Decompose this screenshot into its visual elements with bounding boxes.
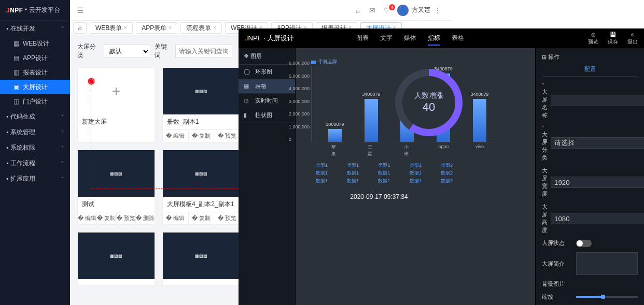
sidebar-group[interactable]: ▪ 在线开发˄ xyxy=(0,21,70,36)
clock[interactable]: 2020-09-17 09:37:34 xyxy=(296,193,463,200)
bar: 3400879vivo xyxy=(473,99,486,142)
screen-card[interactable]: ▦▧▨测试� 编辑� 复制� 预览� 删除 xyxy=(77,150,155,225)
data-col: 类型1数据1数据1 xyxy=(410,162,422,184)
prop-label: 大屏宽度 xyxy=(542,167,548,198)
search-icon[interactable]: ⌕ xyxy=(351,6,365,14)
action-预览[interactable]: ◎预览 xyxy=(588,32,598,46)
screen-card[interactable]: ▦▧▨册数_副本1� 编辑� 复制� 预览 xyxy=(162,67,240,142)
topbar: ☰ ⌕ ✉ ♡4 👤 方又莲 ⋮ xyxy=(70,0,452,21)
bar: 1000879苹果 xyxy=(328,129,342,142)
prop-row: 大屏高度 xyxy=(542,203,638,234)
more-icon[interactable]: ⋮ xyxy=(430,6,445,14)
nav-item[interactable]: 文字 xyxy=(380,32,393,46)
close-icon[interactable]: × xyxy=(213,23,216,33)
sidebar-item[interactable]: ▦WEB设计 xyxy=(0,36,70,51)
tab[interactable]: WEB表单 × xyxy=(90,22,133,34)
card-op[interactable]: � 预览 xyxy=(214,212,240,224)
sidebar-item[interactable]: ▥报表设计 xyxy=(0,65,70,80)
action-保存[interactable]: 💾保存 xyxy=(608,32,618,46)
annotation-dot xyxy=(88,78,95,85)
sidebar-group[interactable]: ▪ 系统管理˅ xyxy=(0,124,70,140)
tab[interactable]: APP表单 × xyxy=(136,22,177,34)
collapse-icon[interactable]: ☰ xyxy=(77,6,84,14)
layer-item[interactable]: ◯环形图 xyxy=(239,65,295,79)
props-tab[interactable]: 配置 xyxy=(542,65,638,77)
prop-textarea[interactable] xyxy=(576,252,638,275)
prop-row: 大屏分类 xyxy=(542,124,638,162)
prop-label: 大屏名称 xyxy=(542,82,548,119)
y-tick: 2,000,000 xyxy=(289,111,310,117)
ring-chart[interactable]: 人数增涨 40 xyxy=(395,69,463,136)
filter-keyword[interactable] xyxy=(175,45,232,58)
chart-legend: 手机品牌 xyxy=(311,59,337,65)
screen-card[interactable]: ▦▧▨ xyxy=(162,232,240,286)
bell-icon[interactable]: ♡4 xyxy=(380,6,394,14)
card-op[interactable]: � 编辑 xyxy=(163,212,189,224)
prop-label: 大屏状态 xyxy=(542,239,573,247)
sidebar-item[interactable]: ▤APP设计 xyxy=(0,51,70,65)
prop-switch[interactable] xyxy=(576,240,592,247)
card-op[interactable]: � 删除 xyxy=(136,212,155,224)
layer-item[interactable]: ▮柱状图 xyxy=(239,108,295,123)
prop-row: 缩放 xyxy=(542,293,638,301)
prop-input[interactable] xyxy=(551,177,644,188)
data-col: 类型2数据2数据2 xyxy=(441,162,453,184)
chat-icon[interactable]: ✉ xyxy=(365,6,380,14)
card-op[interactable]: � 预览 xyxy=(117,212,136,224)
action-退出[interactable]: ⎋退出 xyxy=(627,32,638,46)
filter-label-category: 大屏分类 xyxy=(77,42,100,60)
prop-row: 大屏名称 xyxy=(542,82,638,119)
list-area: 大屏分类 默认 关键词 ▶ +新建大屏▦▧▨册数_副本1� 编辑� 复制� 预览… xyxy=(70,35,240,305)
card-op[interactable]: � 预览 xyxy=(214,130,240,142)
sidebar-item[interactable]: ▣大屏设计 xyxy=(0,80,70,94)
sidebar-group[interactable]: ▪ 代码生成˅ xyxy=(0,109,70,124)
data-col: 类型1数据1数据1 xyxy=(378,162,390,184)
username: 方又莲 xyxy=(412,6,430,14)
card-op[interactable]: � 编辑 xyxy=(163,130,189,142)
card-title: 册数_副本1 xyxy=(163,114,240,129)
prop-label: 大屏分类 xyxy=(542,124,548,162)
close-icon[interactable]: × xyxy=(124,23,127,33)
data-table[interactable]: 类型1数据1数据1类型1数据1数据1类型1数据1数据1类型1数据1数据1类型2数… xyxy=(306,162,463,184)
annotation-line xyxy=(91,85,91,188)
props-panel: ⊞ 操作 配置 大屏名称大屏分类大屏宽度大屏高度大屏状态大屏简介背景图片缩放 xyxy=(535,48,644,305)
prop-input[interactable] xyxy=(551,137,644,149)
canvas[interactable]: 手机品牌 01,000,0002,000,0003,000,0004,000,0… xyxy=(296,48,535,305)
ring-value: 40 xyxy=(423,100,435,114)
nav-item[interactable]: 指标 xyxy=(428,32,440,46)
tab[interactable]: 流程表单 × xyxy=(180,22,222,34)
card-op[interactable]: � 编辑 xyxy=(78,212,97,224)
card-op[interactable]: � 复制 xyxy=(97,212,116,224)
sidebar-group[interactable]: ▪ 扩展应用˅ xyxy=(0,171,70,186)
sidebar-item[interactable]: ◫门户设计 xyxy=(0,94,70,109)
nav-item[interactable]: 表格 xyxy=(452,32,464,46)
prop-input[interactable] xyxy=(551,213,644,224)
annotation-line xyxy=(91,188,240,189)
tab-home[interactable]: ⌂ xyxy=(73,22,87,34)
nav-item[interactable]: 图表 xyxy=(356,32,369,46)
card-op[interactable]: � 复制 xyxy=(189,212,215,224)
prop-label: 大屏高度 xyxy=(542,203,548,234)
layer-header: ❖ 图层 xyxy=(239,48,295,65)
prop-label: 背景图片 xyxy=(542,280,573,288)
notif-badge: 4 xyxy=(389,4,395,10)
prop-input[interactable] xyxy=(551,95,644,106)
layer-item[interactable]: ◷实时时间 xyxy=(239,94,295,108)
nav-item[interactable]: 媒体 xyxy=(404,32,416,46)
prop-slider[interactable] xyxy=(576,296,638,298)
sidebar-group[interactable]: ▪ 工作流程˅ xyxy=(0,155,70,171)
designer-nav: 图表文字媒体指标表格 xyxy=(356,32,464,46)
close-icon[interactable]: × xyxy=(169,23,172,33)
prop-row: 大屏宽度 xyxy=(542,167,638,198)
prop-label: 缩放 xyxy=(542,293,573,301)
card-title xyxy=(78,279,155,285)
screen-card[interactable]: ▦▧▨大屏模板4_副本2_副本1� 编辑� 复制� 预览 xyxy=(162,150,240,225)
card-op[interactable]: � 复制 xyxy=(189,130,215,142)
screen-card[interactable]: ▦▧▨ xyxy=(77,232,155,286)
card-title: 大屏模板4_副本2_副本1 xyxy=(163,197,240,212)
designer-header: JNPF · JNPF · 大屏设计大屏设计 图表文字媒体指标表格 ◎预览💾保存… xyxy=(239,28,644,48)
sidebar-group[interactable]: ▪ 系统权限˅ xyxy=(0,140,70,155)
layer-item[interactable]: ▦表格 xyxy=(239,79,295,94)
filter-category[interactable]: 默认 xyxy=(104,45,150,58)
avatar[interactable]: 👤 xyxy=(397,5,409,16)
